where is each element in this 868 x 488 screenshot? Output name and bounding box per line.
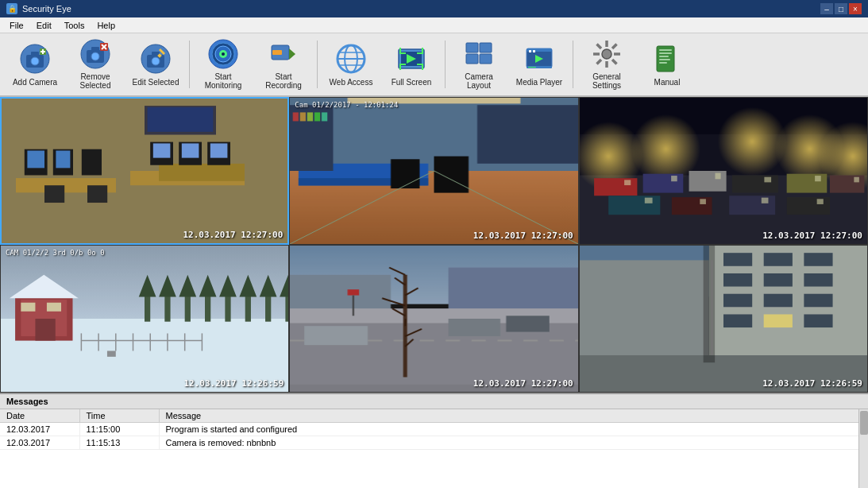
general-settings-icon bbox=[591, 39, 623, 69]
svg-line-53 bbox=[612, 60, 617, 64]
manual-button[interactable]: Manual bbox=[638, 36, 696, 93]
row1-time: 11:15:00 bbox=[79, 423, 159, 436]
messages-wrapper: Date Time Message 12.03.2017 11:15:00 Pr… bbox=[0, 409, 868, 488]
svg-rect-37 bbox=[480, 43, 492, 52]
menu-edit[interactable]: Edit bbox=[30, 19, 58, 32]
svg-rect-59 bbox=[659, 56, 669, 57]
web-access-button[interactable]: Web Access bbox=[322, 36, 380, 93]
camera-layout-label: Camera Layout bbox=[454, 72, 503, 90]
separator-2 bbox=[317, 41, 318, 88]
svg-line-54 bbox=[612, 45, 617, 49]
svg-point-9 bbox=[91, 52, 99, 60]
messages-header: Messages bbox=[0, 394, 868, 409]
svg-marker-27 bbox=[289, 48, 295, 60]
media-player-label: Media Player bbox=[516, 78, 562, 87]
media-player-button[interactable]: Media Player bbox=[511, 36, 568, 93]
svg-point-47 bbox=[602, 49, 611, 59]
toolbar: Add Camera Remove Selected bbox=[0, 33, 868, 97]
camera-grid: 12.03.2017 12:27:00 Cam 01/2/2017 - 12:0… bbox=[0, 97, 868, 393]
svg-rect-46 bbox=[528, 67, 536, 68]
general-settings-button[interactable]: General Settings bbox=[578, 36, 635, 93]
start-recording-icon bbox=[268, 39, 299, 69]
table-row: 12.03.2017 11:15:00 Program is started a… bbox=[0, 423, 868, 436]
edit-selected-button[interactable]: Edit Selected bbox=[127, 36, 184, 93]
row1-date: 12.03.2017 bbox=[0, 423, 79, 436]
separator-3 bbox=[445, 41, 446, 88]
add-camera-label: Add Camera bbox=[13, 78, 57, 87]
camera-feed-4 bbox=[1, 246, 288, 392]
camera-feed-3 bbox=[580, 98, 867, 244]
scrollbar-thumb[interactable] bbox=[860, 411, 868, 435]
camera-feed-5 bbox=[290, 246, 577, 392]
start-recording-label: Start Recording bbox=[259, 72, 308, 90]
camera-timestamp-3: 12.03.2017 12:27:00 bbox=[762, 230, 862, 241]
add-camera-button[interactable]: Add Camera bbox=[6, 36, 64, 93]
remove-selected-label: Remove Selected bbox=[71, 72, 120, 90]
camera-overlay-2: Cam 01/2/2017 - 12:01:24 bbox=[295, 101, 398, 109]
maximize-button[interactable]: □ bbox=[835, 3, 847, 14]
svg-rect-60 bbox=[659, 59, 670, 60]
edit-selected-label: Edit Selected bbox=[133, 78, 179, 87]
camera-timestamp-1: 12.03.2017 12:27:00 bbox=[183, 230, 283, 240]
camera-feed-1 bbox=[2, 99, 287, 243]
media-player-icon bbox=[523, 43, 555, 75]
camera-cell-4[interactable]: CAM 01/2/2 3rd 0/b 0o 0 12.03.2017 12:26… bbox=[0, 245, 289, 393]
start-monitoring-label: Start Monitoring bbox=[199, 72, 248, 90]
camera-overlay-4: CAM 01/2/2 3rd 0/b 0o 0 bbox=[6, 249, 105, 257]
camera-timestamp-6: 12.03.2017 12:26:59 bbox=[762, 378, 862, 389]
row2-date: 12.03.2017 bbox=[0, 436, 79, 450]
svg-rect-42 bbox=[529, 50, 531, 52]
menu-file[interactable]: File bbox=[3, 19, 30, 32]
app-title: Security Eye bbox=[22, 4, 71, 14]
general-settings-label: General Settings bbox=[582, 72, 631, 90]
camera-feed-6 bbox=[580, 246, 867, 392]
svg-rect-58 bbox=[659, 52, 672, 54]
separator-1 bbox=[189, 41, 190, 88]
full-screen-button[interactable]: Full Screen bbox=[383, 36, 440, 93]
camera-timestamp-2: 12.03.2017 12:27:00 bbox=[473, 230, 573, 241]
camera-layout-icon bbox=[463, 39, 495, 69]
menu-help[interactable]: Help bbox=[91, 19, 122, 32]
title-bar: 🔒 Security Eye – □ × bbox=[0, 0, 868, 17]
row2-time: 11:15:13 bbox=[79, 436, 159, 450]
remove-selected-button[interactable]: Remove Selected bbox=[67, 36, 124, 93]
svg-point-24 bbox=[222, 52, 225, 56]
menu-bar: File Edit Tools Help bbox=[0, 17, 868, 33]
messages-data-table: Date Time Message 12.03.2017 11:15:00 Pr… bbox=[0, 409, 868, 450]
row1-message: Program is started and configured bbox=[159, 423, 868, 436]
svg-line-52 bbox=[597, 45, 602, 49]
svg-rect-39 bbox=[480, 54, 492, 64]
start-recording-button[interactable]: Start Recording bbox=[255, 36, 312, 93]
separator-4 bbox=[573, 41, 573, 88]
messages-scrollbar[interactable] bbox=[858, 409, 868, 488]
start-monitoring-button[interactable]: Start Monitoring bbox=[195, 36, 252, 93]
camera-timestamp-4: 12.03.2017 12:26:59 bbox=[183, 378, 284, 389]
close-button[interactable]: × bbox=[849, 3, 862, 14]
table-row: 12.03.2017 11:15:13 Camera is removed: n… bbox=[0, 436, 868, 450]
camera-cell-6[interactable]: 12.03.2017 12:26:59 bbox=[579, 245, 868, 393]
camera-cell-3[interactable]: 12.03.2017 12:27:00 bbox=[579, 97, 868, 245]
svg-point-16 bbox=[152, 57, 160, 65]
window-controls[interactable]: – □ × bbox=[820, 3, 862, 14]
svg-rect-26 bbox=[272, 50, 282, 55]
camera-cell-1[interactable]: 12.03.2017 12:27:00 bbox=[0, 97, 289, 245]
svg-rect-43 bbox=[533, 50, 535, 52]
svg-rect-36 bbox=[466, 43, 478, 52]
svg-line-55 bbox=[597, 60, 602, 64]
svg-rect-61 bbox=[659, 62, 667, 64]
messages-panel: Messages Date Time Message 12.03.2017 11… bbox=[0, 393, 868, 488]
camera-feed-2 bbox=[290, 98, 577, 244]
full-screen-label: Full Screen bbox=[392, 78, 432, 87]
col-time: Time bbox=[79, 409, 159, 423]
minimize-button[interactable]: – bbox=[820, 3, 833, 14]
menu-tools[interactable]: Tools bbox=[58, 19, 91, 32]
remove-selected-icon bbox=[79, 39, 111, 69]
svg-point-2 bbox=[31, 57, 39, 65]
camera-cell-2[interactable]: Cam 01/2/2017 - 12:01:24 12.03.2017 12:2… bbox=[289, 97, 578, 245]
add-camera-icon bbox=[19, 43, 51, 75]
col-message: Message bbox=[159, 409, 868, 423]
camera-timestamp-5: 12.03.2017 12:27:00 bbox=[473, 378, 573, 389]
edit-selected-icon bbox=[140, 43, 172, 75]
camera-layout-button[interactable]: Camera Layout bbox=[450, 36, 507, 93]
camera-cell-5[interactable]: 12.03.2017 12:27:00 bbox=[289, 245, 578, 393]
